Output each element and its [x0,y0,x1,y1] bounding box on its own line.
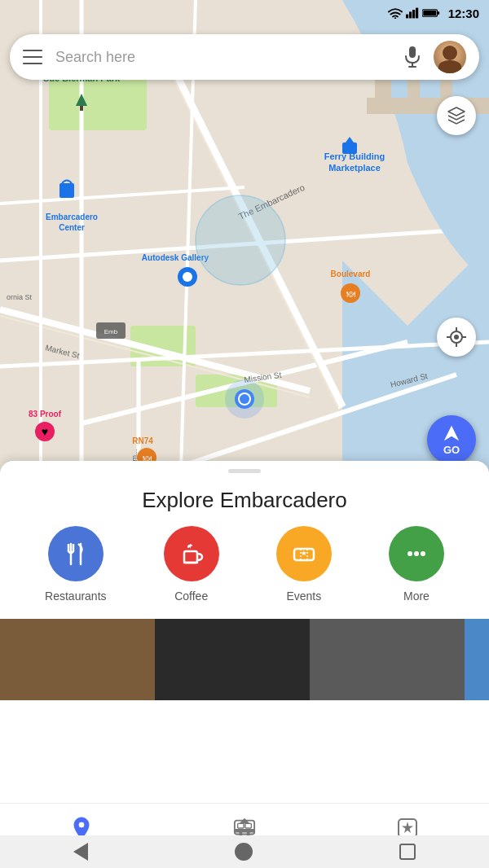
svg-rect-32 [342,142,357,154]
svg-text:83 Proof: 83 Proof [29,410,62,419]
svg-rect-67 [423,11,436,15]
events-circle [276,526,332,581]
coffee-label: Coffee [174,590,208,603]
svg-rect-93 [238,823,244,828]
restaurants-circle [48,526,104,581]
my-location-button[interactable] [437,318,476,357]
category-events[interactable]: Events [276,526,332,603]
category-row: Restaurants Coffee [0,526,489,619]
system-nav-bar [0,835,489,868]
svg-point-88 [408,551,412,556]
svg-marker-87 [301,550,306,555]
svg-text:Center: Center [59,223,85,232]
explore-title: Explore Embarcadero [0,473,489,526]
svg-text:Boulevard: Boulevard [331,270,371,278]
signal-icon [406,7,419,19]
svg-rect-36 [59,183,74,198]
category-more[interactable]: More [389,526,444,603]
svg-point-91 [78,822,85,828]
more-circle [389,526,444,581]
svg-rect-64 [416,8,418,19]
svg-text:ornia St: ornia St [7,293,33,301]
thumbnail-3[interactable] [310,619,465,700]
wifi-icon [388,7,403,19]
navigation-arrow-icon [443,424,460,442]
events-label: Events [286,590,321,603]
svg-point-89 [414,551,419,556]
more-dots-icon [403,540,430,568]
svg-point-59 [196,195,285,285]
svg-point-73 [454,335,459,340]
home-button[interactable] [235,843,253,861]
battery-icon [422,8,440,18]
mic-icon[interactable] [401,46,424,68]
thumbnail-1[interactable] [0,619,155,700]
svg-marker-78 [444,425,459,440]
svg-rect-61 [406,15,408,19]
category-coffee[interactable]: Coffee [164,526,219,603]
svg-rect-84 [294,549,314,560]
search-input[interactable]: Search here [55,49,401,66]
category-restaurants[interactable]: Restaurants [45,526,106,603]
svg-point-90 [421,551,425,556]
thumbnail-4[interactable] [465,619,489,700]
svg-rect-66 [437,11,439,14]
ticket-icon [290,540,318,568]
svg-rect-62 [409,11,412,18]
layers-icon [447,106,466,125]
svg-text:🍽: 🍽 [346,289,355,299]
user-avatar[interactable] [434,41,466,73]
recents-button[interactable] [399,844,416,860]
place-thumbnails [0,619,489,700]
svg-text:Emb: Emb [104,328,118,335]
svg-text:Embarcadero: Embarcadero [46,213,98,221]
fork-knife-icon [62,540,90,568]
status-icons: 12:30 [388,7,479,20]
coffee-circle [164,526,219,581]
go-button-label: GO [443,444,460,456]
status-time: 12:30 [448,7,479,20]
thumbnail-2[interactable] [155,619,310,700]
svg-text:RN74: RN74 [132,436,153,445]
back-button[interactable] [73,843,88,861]
svg-point-60 [394,17,396,19]
svg-rect-82 [184,551,197,563]
coffee-icon [178,540,205,568]
svg-text:Marketplace: Marketplace [328,163,381,173]
search-bar[interactable]: Search here [10,34,479,80]
go-navigation-button[interactable]: GO [427,415,476,464]
location-crosshair-icon [447,327,466,347]
svg-text:♥: ♥ [42,425,48,438]
bottom-sheet: Explore Embarcadero Restaurants [0,461,489,803]
svg-point-39 [183,272,192,282]
svg-rect-68 [409,46,416,58]
svg-marker-71 [448,107,465,116]
map-layers-button[interactable] [437,96,476,135]
menu-icon[interactable] [23,50,42,64]
svg-rect-95 [235,829,254,833]
svg-point-26 [240,394,249,404]
svg-rect-63 [412,10,415,18]
more-label: More [403,590,430,603]
svg-rect-94 [245,823,251,828]
restaurants-label: Restaurants [45,590,106,603]
svg-marker-102 [402,822,413,833]
svg-rect-29 [80,106,83,111]
status-bar: 12:30 [0,0,489,26]
